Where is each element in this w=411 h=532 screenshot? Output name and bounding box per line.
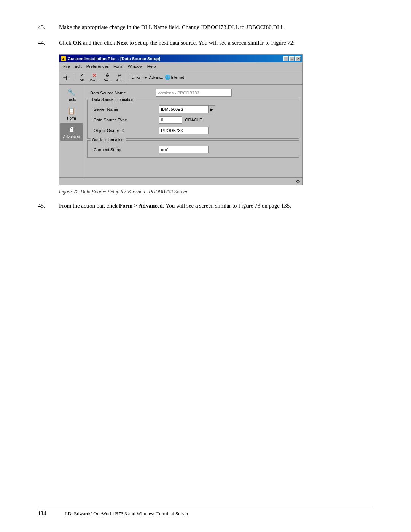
menu-edit-label: Edit [75, 64, 82, 69]
instruction-text-43: Make the appropriate change in the DLL N… [59, 23, 373, 32]
data-source-type-row: Data Source Type ORACLE [91, 115, 296, 125]
connect-string-label: Connect String [91, 147, 159, 152]
advan-button[interactable]: Advan... [149, 75, 163, 80]
toolbar-ok-button[interactable]: ✓ OK [76, 71, 87, 83]
data-source-name-row: Data Source Name [87, 88, 299, 98]
menu-preferences-label: Preferences [86, 64, 109, 69]
instruction-number-43: 43. [38, 23, 59, 32]
object-owner-id-row: Object Owner ID [91, 125, 296, 136]
form-sidebar-label: Form [67, 116, 76, 120]
title-bar-icon: J [61, 56, 66, 61]
menu-file[interactable]: File [61, 63, 72, 69]
figure-caption: Figure 72. Data Source Setup for Version… [59, 189, 373, 195]
oracle-info-section: Oracle Information: Connect String [87, 140, 299, 158]
instruction-44: 44. Click OK and then click Next to set … [38, 38, 373, 47]
page-footer: 134 J.D. Edwards' OneWorld B73.3 and Win… [38, 508, 373, 517]
oracle-info-content: Connect String [91, 144, 296, 155]
instruction-text-45: From the action bar, click Form > Advanc… [59, 201, 373, 210]
cancel-x-icon: ✕ [91, 72, 97, 78]
dropdown-arrow-icon: ▼ [144, 75, 148, 80]
sidebar: 🔧 Tools 📋 Form 🖨 Advanced [59, 85, 84, 177]
connect-string-input[interactable] [159, 146, 209, 153]
title-bar-left: J Custom Installation Plan - [Data Sourc… [61, 56, 160, 61]
menu-window[interactable]: Window [126, 63, 145, 69]
internet-button[interactable]: 🌐 Internet [165, 75, 184, 80]
ok-label: OK [79, 78, 84, 82]
data-source-info-content: Server Name ▶ Data Source Type ORACLE [91, 104, 296, 136]
links-label: Links [132, 75, 140, 80]
maximize-button[interactable]: □ [289, 56, 295, 61]
bold-ok: OK [73, 40, 81, 46]
close-button[interactable]: ✕ [295, 56, 301, 61]
toolbar: ─|× ✓ OK ✕ Can... ⚙ Dis... ↩ [59, 70, 302, 85]
menu-form-label: Form [113, 64, 123, 69]
sidebar-item-form[interactable]: 📋 Form [60, 105, 83, 122]
svg-text:J: J [62, 57, 64, 61]
can-label: Can... [90, 78, 99, 82]
sidebar-item-advanced[interactable]: 🖨 Advanced [60, 123, 83, 141]
advanced-label: Advanced [63, 135, 80, 139]
data-source-info-section: Data Source Information: Server Name ▶ [87, 100, 299, 139]
server-name-input-group: ▶ [159, 105, 215, 113]
menu-window-label: Window [128, 64, 143, 69]
advanced-icon: 🖨 [67, 125, 76, 134]
toolbar-abo-button[interactable]: ↩ Abo [114, 71, 125, 83]
page-content: 43. Make the appropriate change in the D… [0, 0, 411, 240]
form-icon: 📋 [67, 106, 76, 115]
menu-file-label: File [63, 64, 70, 69]
form-area: Data Source Name Data Source Information… [84, 85, 302, 177]
data-source-info-legend: Data Source Information: [91, 97, 136, 102]
title-bar: J Custom Installation Plan - [Data Sourc… [59, 55, 302, 62]
advan-label: Advan... [149, 75, 163, 80]
tools-label: Tools [67, 97, 76, 102]
data-source-type-input[interactable] [159, 116, 182, 124]
minimize-button[interactable]: _ [283, 56, 288, 61]
object-owner-id-label: Object Owner ID [91, 128, 159, 133]
abo-label: Abo [116, 78, 123, 82]
screenshot-container: J Custom Installation Plan - [Data Sourc… [59, 54, 303, 185]
toolbar-links-section: Links ▼ Advan... 🌐 Internet [130, 75, 184, 80]
dis-label: Dis... [104, 78, 112, 82]
tools-icon: 🔧 [67, 88, 76, 97]
bold-next: Next [116, 40, 128, 46]
menu-form[interactable]: Form [111, 63, 126, 69]
dis-icon: ⚙ [104, 72, 110, 78]
toolbar-cancel-button[interactable]: ✕ Can... [88, 71, 101, 83]
server-name-arrow-button[interactable]: ▶ [209, 105, 215, 113]
bold-form-advanced: Form > Advanced [119, 203, 163, 209]
footer-page-number: 134 [38, 511, 57, 517]
server-name-row: Server Name ▶ [91, 104, 296, 115]
window-body: 🔧 Tools 📋 Form 🖨 Advanced Data Source Na… [59, 85, 302, 177]
menu-help-label: Help [147, 64, 156, 69]
toolbar-dis-button[interactable]: ⚙ Dis... [102, 71, 113, 83]
instruction-text-44: Click OK and then click Next to set up t… [59, 38, 373, 47]
object-owner-id-input[interactable] [159, 127, 209, 134]
data-source-name-input[interactable] [156, 89, 232, 97]
toolbar-section-nav: ─|× [61, 74, 74, 81]
data-source-type-label: Data Source Type [91, 118, 159, 122]
instruction-43: 43. Make the appropriate change in the D… [38, 23, 373, 32]
menu-edit[interactable]: Edit [72, 63, 84, 69]
title-bar-controls: _ □ ✕ [283, 56, 301, 61]
menu-preferences[interactable]: Preferences [84, 63, 111, 69]
toolbar-nav-btn[interactable]: ─|× [61, 74, 72, 81]
ok-checkmark-icon: ✓ [79, 72, 85, 78]
instruction-number-45: 45. [38, 201, 59, 210]
nav-icon: ─|× [63, 75, 69, 80]
footer-text: J.D. Edwards' OneWorld B73.3 and Windows… [65, 511, 188, 517]
connect-string-row: Connect String [91, 144, 296, 155]
links-button[interactable]: Links [130, 75, 142, 80]
menu-help[interactable]: Help [145, 63, 158, 69]
abo-icon: ↩ [116, 72, 123, 78]
instruction-number-44: 44. [38, 38, 59, 47]
internet-label: Internet [171, 75, 184, 80]
server-name-input[interactable] [159, 105, 209, 113]
sidebar-item-tools[interactable]: 🔧 Tools [60, 86, 83, 103]
menu-bar: File Edit Preferences Form Window Help [59, 62, 302, 70]
status-bar: ⚙ [59, 177, 302, 185]
oracle-label: ORACLE [185, 118, 202, 122]
data-source-name-label: Data Source Name [87, 91, 156, 95]
oracle-info-legend: Oracle Information: [91, 138, 126, 142]
instruction-45: 45. From the action bar, click Form > Ad… [38, 201, 373, 210]
window-title: Custom Installation Plan - [Data Source … [68, 56, 160, 61]
